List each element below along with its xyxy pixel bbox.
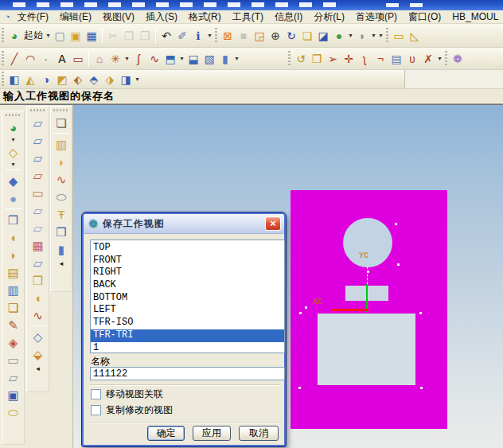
work-layer-caret[interactable]: ▾ — [10, 161, 17, 168]
blue-sheet-icon[interactable]: ◇ — [29, 328, 47, 345]
start-menu-button[interactable]: 起始 — [22, 29, 45, 42]
toolbar-options-caret[interactable]: ▾ — [233, 55, 240, 62]
anchor-tool-icon[interactable]: Ŧ — [53, 205, 70, 223]
quick-trim-icon[interactable]: ➢ — [325, 51, 341, 67]
striped-cylinder-icon[interactable]: ▥ — [53, 135, 70, 153]
apply-button[interactable]: 应用 — [193, 426, 231, 441]
copy-modified-view-checkbox[interactable] — [91, 405, 101, 415]
sheet-3-icon[interactable]: ▱ — [29, 149, 47, 166]
toolbar-grip[interactable] — [6, 114, 21, 116]
view-list-item[interactable]: LEFT — [91, 304, 284, 317]
view-list-item[interactable]: RIGHT — [91, 267, 284, 279]
toolbar-options-caret[interactable]: ▾ — [377, 32, 384, 39]
feature-tool-1-icon[interactable]: ◧ — [6, 72, 22, 88]
sketch-mirror-icon[interactable]: ✗ — [420, 51, 436, 67]
toolbar-options-caret[interactable]: ▾ — [134, 76, 141, 83]
toolbar-grip[interactable] — [215, 28, 217, 44]
mesh-box-icon[interactable]: ▭ — [29, 184, 47, 201]
split-sheet-icon[interactable]: ◗ — [5, 246, 22, 263]
display-mode-icon[interactable]: ◕ — [5, 119, 22, 136]
menu-edit[interactable]: 编辑(E) — [54, 10, 97, 24]
name-input[interactable] — [90, 367, 285, 380]
display-mode-caret[interactable]: ▾ — [10, 136, 17, 143]
shaded-view-icon[interactable]: ● — [331, 28, 347, 44]
extrude-icon[interactable]: ⬒ — [162, 51, 178, 67]
orient-view-icon[interactable]: ◆ — [5, 172, 22, 189]
paste-icon[interactable]: ❒ — [137, 28, 153, 44]
start-menu-caret[interactable]: ▾ — [45, 32, 52, 39]
gold-stack-icon[interactable]: ❒ — [29, 271, 47, 289]
text-icon[interactable]: A — [54, 51, 70, 67]
toolbar-options-caret[interactable]: ▾ — [436, 55, 443, 62]
block-icon[interactable]: ▧ — [201, 51, 217, 67]
menu-tools[interactable]: 工具(T) — [227, 10, 269, 24]
new-file-icon[interactable]: ▢ — [52, 28, 68, 44]
box-stack-icon[interactable]: ❒ — [5, 211, 22, 228]
wireframe-view-icon[interactable]: ◗ — [354, 28, 370, 44]
point-set-caret[interactable]: ▾ — [123, 55, 131, 62]
menu-format[interactable]: 格式(R) — [183, 10, 227, 24]
copy-icon[interactable]: ❐ — [121, 28, 137, 44]
window-titlebar[interactable] — [0, 0, 503, 10]
sheet-1-icon[interactable]: ▱ — [29, 114, 47, 131]
view-list[interactable]: TOPFRONTRIGHTBACKBOTTOMLEFTTFR-ISOTFR-TR… — [90, 240, 285, 353]
point-icon[interactable]: ∙ — [38, 51, 54, 67]
sketch-point-icon[interactable]: ✛ — [341, 51, 357, 67]
view-list-item[interactable]: BACK — [91, 279, 284, 292]
layout-edit-icon[interactable]: ❏ — [53, 114, 70, 131]
feature-tool-3-icon[interactable]: ◑ — [38, 72, 54, 88]
undo-icon[interactable]: ↶ — [158, 28, 174, 44]
view-list-item[interactable]: BOTTOM — [91, 292, 284, 305]
close-button[interactable]: × — [265, 216, 281, 231]
sketch-corner-icon[interactable]: ¬ — [372, 51, 388, 67]
tube-icon[interactable]: ⬭ — [53, 188, 70, 205]
menu-file[interactable]: 文件(F) — [12, 10, 54, 24]
large-rect-pocket[interactable] — [318, 314, 415, 385]
layer-book-icon[interactable]: ▥ — [5, 281, 22, 298]
cancel-button[interactable]: 取消 — [239, 426, 279, 441]
view-list-item[interactable]: 1 — [91, 342, 284, 354]
sketch-sheet-icon[interactable]: ▤ — [388, 51, 404, 67]
zoom-region-icon[interactable]: ◲ — [252, 28, 267, 44]
point-set-icon[interactable]: ✳ — [107, 51, 123, 67]
toolbar-overflow[interactable]: ◂ — [51, 258, 72, 269]
blue-box-icon[interactable]: ❒ — [53, 223, 70, 240]
revolve-icon[interactable]: ⬓ — [185, 51, 201, 67]
wrap-geometry-icon[interactable]: ◈ — [5, 333, 22, 351]
wireframe-view-caret[interactable]: ▾ — [370, 32, 377, 39]
sketch-copy-icon[interactable]: ❐ — [309, 51, 325, 67]
sweep-icon[interactable]: ❁ — [450, 51, 466, 67]
sketch-hook-icon[interactable]: ʋ — [404, 51, 420, 67]
toolbar-grip[interactable] — [2, 72, 4, 88]
menu-analysis[interactable]: 分析(L) — [308, 10, 350, 24]
extrude-caret[interactable]: ▾ — [178, 55, 185, 62]
option-row-copy-modified[interactable]: 复制修改的视图 — [91, 404, 173, 416]
feature-tool-7-icon[interactable]: ⬗ — [102, 72, 118, 88]
menu-hb-moul[interactable]: HB_MOUL — [446, 11, 503, 22]
feature-tool-5-icon[interactable]: ⬖ — [70, 72, 86, 88]
toolbar-grip[interactable] — [53, 109, 69, 111]
menu-information[interactable]: 信息(I) — [269, 10, 308, 24]
fit-view-icon[interactable]: ⊠ — [220, 28, 236, 44]
sheet-7-icon[interactable]: ▱ — [29, 254, 47, 271]
feature-tool-8-icon[interactable]: ◨ — [118, 72, 134, 88]
menu-view[interactable]: 视图(V) — [97, 10, 140, 24]
toolbar-grip[interactable] — [2, 28, 4, 44]
s-sheet-icon[interactable]: ∿ — [53, 170, 70, 188]
toolbar-overflow[interactable]: ◂ — [27, 363, 49, 374]
gold-cup-icon[interactable]: ◖ — [29, 289, 47, 306]
spline-icon[interactable]: ∿ — [146, 51, 162, 67]
view-list-item[interactable]: TFR-ISO — [91, 317, 284, 329]
curve-sheet-icon[interactable]: ∿ — [29, 306, 47, 324]
toolbar-grip[interactable] — [30, 109, 46, 111]
view-list-item[interactable]: TOP — [91, 242, 284, 255]
menu-window[interactable]: 窗口(O) — [403, 10, 446, 24]
open-folder-icon[interactable]: ▣ — [68, 28, 84, 44]
sheet-4-icon[interactable]: ▱ — [29, 166, 47, 184]
profile-icon[interactable]: ⌂ — [92, 51, 107, 67]
feature-tool-6-icon[interactable]: ⬘ — [86, 72, 102, 88]
dialog-titlebar[interactable]: ❁ 保存工作视图 — [84, 214, 284, 234]
sketch-spline-icon[interactable]: ʅ — [357, 51, 372, 67]
toolbar-grip[interactable] — [288, 51, 290, 67]
render-style-icon[interactable]: ● — [5, 189, 22, 207]
